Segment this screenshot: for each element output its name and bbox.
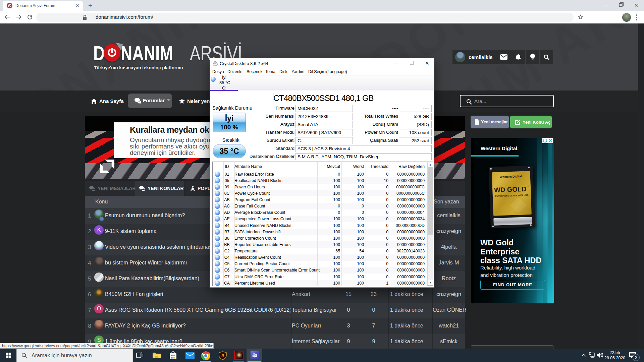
svg-text:R: R [221, 353, 224, 358]
